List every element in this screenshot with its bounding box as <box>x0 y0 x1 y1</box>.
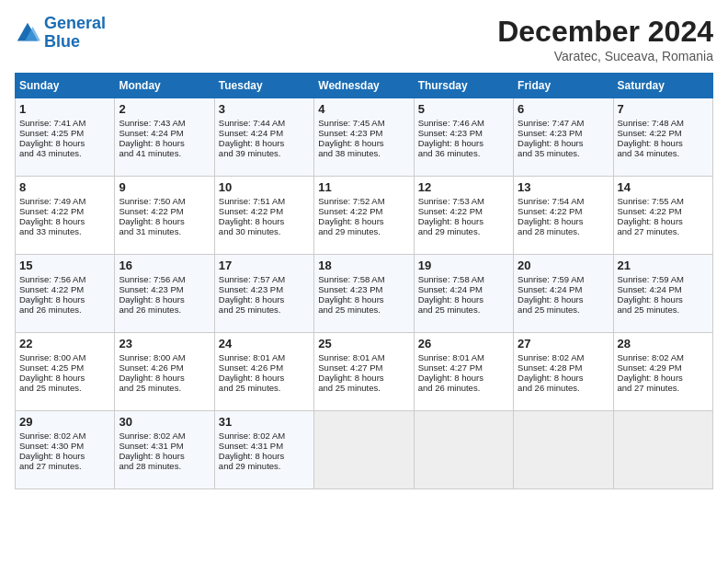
cell-info-line: Sunrise: 7:51 AM <box>219 196 310 206</box>
cell-info-line: Sunset: 4:31 PM <box>119 441 210 451</box>
day-number: 19 <box>418 259 509 272</box>
cell-info-line: Sunrise: 7:49 AM <box>19 196 110 206</box>
cell-info-line: Daylight: 8 hours <box>618 216 709 226</box>
cell-info-line: Sunset: 4:23 PM <box>318 284 409 294</box>
day-number: 15 <box>19 259 110 272</box>
cell-info-line: Sunrise: 7:50 AM <box>119 196 210 206</box>
calendar-cell: 18Sunrise: 7:58 AMSunset: 4:23 PMDayligh… <box>314 255 414 333</box>
cell-info-line: Sunset: 4:30 PM <box>19 441 110 451</box>
cell-info-line: Daylight: 8 hours <box>219 373 310 383</box>
cell-info-line: Sunrise: 8:01 AM <box>219 352 310 362</box>
calendar-cell: 5Sunrise: 7:46 AMSunset: 4:23 PMDaylight… <box>414 98 513 177</box>
title-block: December 2024 Varatec, Suceava, Romania <box>497 15 713 63</box>
cell-info-line: Sunset: 4:22 PM <box>19 284 110 294</box>
cell-info-line: Sunrise: 7:58 AM <box>318 274 409 284</box>
cell-info-line: and 25 minutes. <box>119 383 210 393</box>
cell-info-line: and 29 minutes. <box>219 461 310 471</box>
col-header-monday: Monday <box>115 74 214 98</box>
cell-info-line: Sunrise: 8:00 AM <box>119 352 210 362</box>
cell-info-line: Sunrise: 7:47 AM <box>518 118 609 128</box>
calendar-cell: 13Sunrise: 7:54 AMSunset: 4:22 PMDayligh… <box>514 177 613 255</box>
cell-info-line: Daylight: 8 hours <box>518 294 609 304</box>
cell-info-line: Sunset: 4:22 PM <box>19 206 110 216</box>
cell-info-line: Sunset: 4:24 PM <box>418 284 509 294</box>
cell-info-line: Sunset: 4:26 PM <box>219 362 310 373</box>
cell-info-line: and 27 minutes. <box>618 226 709 236</box>
cell-info-line: Sunset: 4:27 PM <box>318 362 409 373</box>
cell-info-line: Sunset: 4:28 PM <box>518 362 609 373</box>
cell-info-line: Daylight: 8 hours <box>19 294 110 304</box>
cell-info-line: Daylight: 8 hours <box>318 294 409 304</box>
cell-info-line: Sunrise: 7:56 AM <box>119 274 210 284</box>
cell-info-line: Sunset: 4:23 PM <box>518 128 609 138</box>
calendar-cell: 26Sunrise: 8:01 AMSunset: 4:27 PMDayligh… <box>414 333 513 411</box>
day-number: 9 <box>119 180 210 194</box>
cell-info-line: Sunset: 4:29 PM <box>618 362 709 373</box>
cell-info-line: and 26 minutes. <box>119 304 210 315</box>
day-number: 30 <box>119 415 210 429</box>
col-header-wednesday: Wednesday <box>314 74 414 98</box>
cell-info-line: Daylight: 8 hours <box>119 138 210 148</box>
calendar-cell: 29Sunrise: 8:02 AMSunset: 4:30 PMDayligh… <box>16 411 115 489</box>
cell-info-line: Sunset: 4:25 PM <box>19 362 110 373</box>
calendar-week-2: 8Sunrise: 7:49 AMSunset: 4:22 PMDaylight… <box>16 177 713 255</box>
day-number: 22 <box>19 337 110 350</box>
cell-info-line: Sunset: 4:24 PM <box>518 284 609 294</box>
cell-info-line: Daylight: 8 hours <box>418 373 509 383</box>
cell-info-line: and 25 minutes. <box>518 304 609 315</box>
day-number: 20 <box>518 259 609 272</box>
month-title: December 2024 <box>497 15 713 49</box>
cell-info-line: Sunset: 4:22 PM <box>219 206 310 216</box>
cell-info-line: Sunrise: 8:01 AM <box>418 352 509 362</box>
day-number: 3 <box>219 102 310 116</box>
cell-info-line: Sunset: 4:22 PM <box>618 128 709 138</box>
day-number: 6 <box>518 102 609 116</box>
cell-info-line: Sunrise: 8:01 AM <box>318 352 409 362</box>
day-number: 29 <box>19 415 110 429</box>
cell-info-line: Daylight: 8 hours <box>219 294 310 304</box>
day-number: 2 <box>119 102 210 116</box>
calendar-cell <box>613 411 712 489</box>
day-number: 18 <box>318 259 409 272</box>
cell-info-line: and 43 minutes. <box>19 148 110 158</box>
cell-info-line: Daylight: 8 hours <box>19 451 110 461</box>
cell-info-line: and 25 minutes. <box>219 304 310 315</box>
cell-info-line: and 26 minutes. <box>418 383 509 393</box>
cell-info-line: Sunset: 4:22 PM <box>318 206 409 216</box>
col-header-friday: Friday <box>514 74 613 98</box>
calendar-cell: 21Sunrise: 7:59 AMSunset: 4:24 PMDayligh… <box>613 255 712 333</box>
cell-info-line: Daylight: 8 hours <box>119 373 210 383</box>
cell-info-line: and 35 minutes. <box>518 148 609 158</box>
cell-info-line: Sunrise: 7:46 AM <box>418 118 509 128</box>
cell-info-line: and 39 minutes. <box>219 148 310 158</box>
calendar-week-5: 29Sunrise: 8:02 AMSunset: 4:30 PMDayligh… <box>16 411 713 489</box>
cell-info-line: Daylight: 8 hours <box>318 138 409 148</box>
day-number: 16 <box>119 259 210 272</box>
cell-info-line: Daylight: 8 hours <box>418 138 509 148</box>
day-number: 31 <box>219 415 310 429</box>
cell-info-line: Sunset: 4:24 PM <box>618 284 709 294</box>
cell-info-line: Sunset: 4:23 PM <box>318 128 409 138</box>
cell-info-line: Sunset: 4:24 PM <box>219 128 310 138</box>
day-number: 8 <box>19 180 110 194</box>
cell-info-line: Daylight: 8 hours <box>19 216 110 226</box>
calendar-cell: 8Sunrise: 7:49 AMSunset: 4:22 PMDaylight… <box>16 177 115 255</box>
day-number: 1 <box>19 102 110 116</box>
day-number: 12 <box>418 180 509 194</box>
cell-info-line: Daylight: 8 hours <box>518 216 609 226</box>
cell-info-line: Sunrise: 8:02 AM <box>119 431 210 441</box>
calendar-cell: 25Sunrise: 8:01 AMSunset: 4:27 PMDayligh… <box>314 333 414 411</box>
calendar-cell: 6Sunrise: 7:47 AMSunset: 4:23 PMDaylight… <box>514 98 613 177</box>
col-header-sunday: Sunday <box>16 74 115 98</box>
cell-info-line: Sunrise: 8:02 AM <box>518 352 609 362</box>
calendar-cell: 19Sunrise: 7:58 AMSunset: 4:24 PMDayligh… <box>414 255 513 333</box>
calendar-table: SundayMondayTuesdayWednesdayThursdayFrid… <box>15 73 713 489</box>
cell-info-line: and 26 minutes. <box>19 304 110 315</box>
day-number: 24 <box>219 337 310 350</box>
cell-info-line: Sunset: 4:22 PM <box>119 206 210 216</box>
cell-info-line: Sunset: 4:22 PM <box>518 206 609 216</box>
cell-info-line: Daylight: 8 hours <box>219 451 310 461</box>
cell-info-line: and 36 minutes. <box>418 148 509 158</box>
calendar-cell: 17Sunrise: 7:57 AMSunset: 4:23 PMDayligh… <box>214 255 313 333</box>
cell-info-line: Sunrise: 7:56 AM <box>19 274 110 284</box>
